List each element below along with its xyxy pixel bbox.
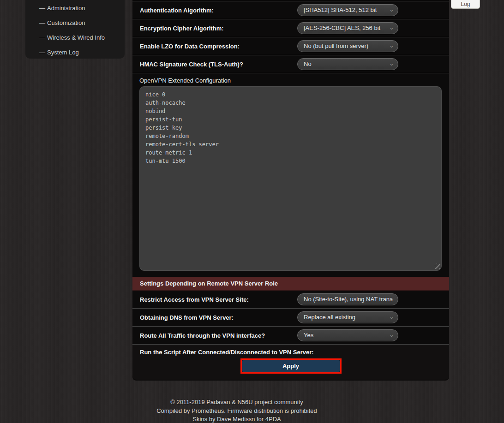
dash-icon: — bbox=[39, 34, 45, 41]
extended-config-section: OpenVPN Extended Configuration nice 0 au… bbox=[132, 73, 449, 277]
row-label: Restrict Access from VPN Server Site: bbox=[132, 296, 249, 303]
footer-line-skins: Skins by Dave Medissn for 4PDA bbox=[0, 415, 474, 423]
footer-line-copyright: © 2011-2019 Padavan & N56U project commu… bbox=[0, 398, 474, 407]
form-row-authentication-algorithm: Authentication Algorithm: [SHA512] SHA-5… bbox=[132, 1, 449, 19]
select-value: Replace all existing bbox=[298, 312, 398, 323]
row-label: Route All Traffic through the VPN interf… bbox=[132, 332, 265, 339]
row-label: Authentication Algorithm: bbox=[132, 7, 214, 14]
dash-icon: — bbox=[39, 5, 45, 12]
footer: © 2011-2019 Padavan & N56U project commu… bbox=[0, 398, 474, 423]
apply-section: Run the Script After Connected/Disconnec… bbox=[132, 345, 449, 380]
restrict-access-select[interactable]: No (Site-to-Site), using NAT trans ⌄ bbox=[297, 293, 398, 305]
hmac-signature-select[interactable]: No ⌄ bbox=[297, 58, 398, 70]
sidebar-item-wireless-wired-info[interactable]: — Wireless & Wired Info bbox=[25, 30, 125, 45]
row-label: HMAC Signature Check (TLS-Auth)? bbox=[132, 61, 243, 68]
select-value: [AES-256-CBC] AES, 256 bit bbox=[298, 23, 398, 34]
sidebar-item-label: System Log bbox=[47, 49, 79, 56]
apply-button[interactable]: Apply bbox=[242, 360, 340, 372]
sidebar-item-customization[interactable]: — Customization bbox=[25, 15, 125, 30]
select-value: [SHA512] SHA-512, 512 bit bbox=[298, 5, 398, 16]
form-row-hmac-signature: HMAC Signature Check (TLS-Auth)? No ⌄ bbox=[132, 55, 449, 73]
sidebar-item-label: Administration bbox=[47, 5, 85, 12]
form-row-lzo-compression: Enable LZO for Data Compression: No (but… bbox=[132, 37, 449, 55]
form-row-obtaining-dns: Obtaining DNS from VPN Server: Replace a… bbox=[132, 309, 449, 327]
extended-config-textarea[interactable]: nice 0 auth-nocache nobind persist-tun p… bbox=[139, 86, 442, 271]
form-row-encryption-cipher: Encryption Cipher Algorithm: [AES-256-CB… bbox=[132, 19, 449, 37]
row-label: Encryption Cipher Algorithm: bbox=[132, 25, 224, 32]
select-value: Yes bbox=[298, 330, 398, 341]
cipher-algorithm-select[interactable]: [AES-256-CBC] AES, 256 bit ⌄ bbox=[297, 22, 398, 34]
select-value: No (Site-to-Site), using NAT trans bbox=[298, 294, 398, 305]
sidebar-item-system-log[interactable]: — System Log bbox=[25, 45, 125, 59]
dns-from-vpn-select[interactable]: Replace all existing ⌄ bbox=[297, 311, 398, 323]
footer-line-compiled: Compiled by Prometheus. Firmware distrib… bbox=[0, 407, 474, 416]
apply-highlight-box: Apply bbox=[240, 358, 342, 374]
lzo-compression-select[interactable]: No (but pull from server) ⌄ bbox=[297, 40, 398, 52]
extended-config-label: OpenVPN Extended Configuration bbox=[139, 77, 442, 84]
section-header-server-role: Settings Depending on Remote VPN Server … bbox=[132, 277, 449, 291]
select-value: No bbox=[298, 59, 398, 70]
select-value: No (but pull from server) bbox=[298, 41, 398, 52]
sidebar-item-label: Customization bbox=[47, 19, 85, 26]
dash-icon: — bbox=[39, 49, 45, 56]
form-row-route-all-traffic: Route All Traffic through the VPN interf… bbox=[132, 327, 449, 345]
dash-icon: — bbox=[39, 19, 45, 26]
form-row-restrict-access: Restrict Access from VPN Server Site: No… bbox=[132, 291, 449, 309]
auth-algorithm-select[interactable]: [SHA512] SHA-512, 512 bit ⌄ bbox=[297, 4, 398, 16]
route-all-traffic-select[interactable]: Yes ⌄ bbox=[297, 329, 398, 341]
log-button[interactable]: Log bbox=[451, 0, 480, 9]
row-label: Obtaining DNS from VPN Server: bbox=[132, 314, 234, 321]
sidebar-item-label: Wireless & Wired Info bbox=[47, 34, 105, 41]
row-label: Enable LZO for Data Compression: bbox=[132, 43, 240, 50]
sidebar-item-administration[interactable]: — Administration bbox=[25, 0, 125, 15]
script-label: Run the Script After Connected/Disconnec… bbox=[132, 345, 449, 357]
vpn-client-settings-panel: Authentication Algorithm: [SHA512] SHA-5… bbox=[132, 0, 449, 381]
sidebar: — Administration — Customization — Wirel… bbox=[25, 0, 125, 59]
